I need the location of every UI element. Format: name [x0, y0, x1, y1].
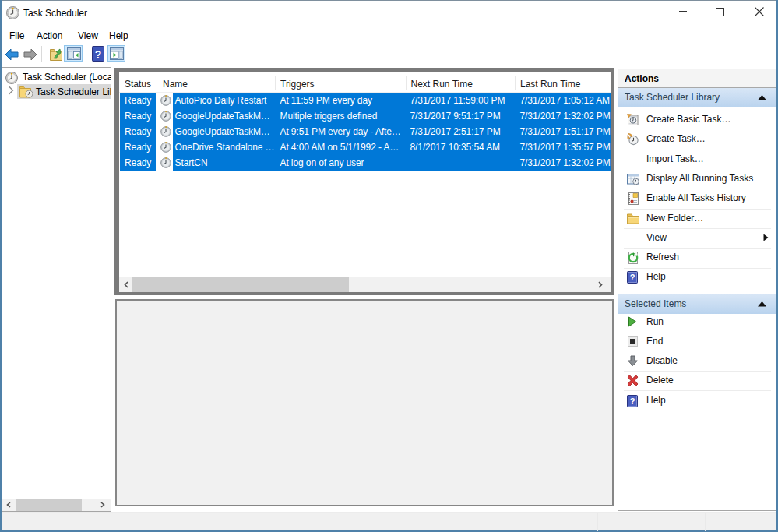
- svg-text:?: ?: [630, 273, 635, 282]
- svg-text:?: ?: [630, 396, 635, 406]
- svg-text:?: ?: [95, 48, 102, 61]
